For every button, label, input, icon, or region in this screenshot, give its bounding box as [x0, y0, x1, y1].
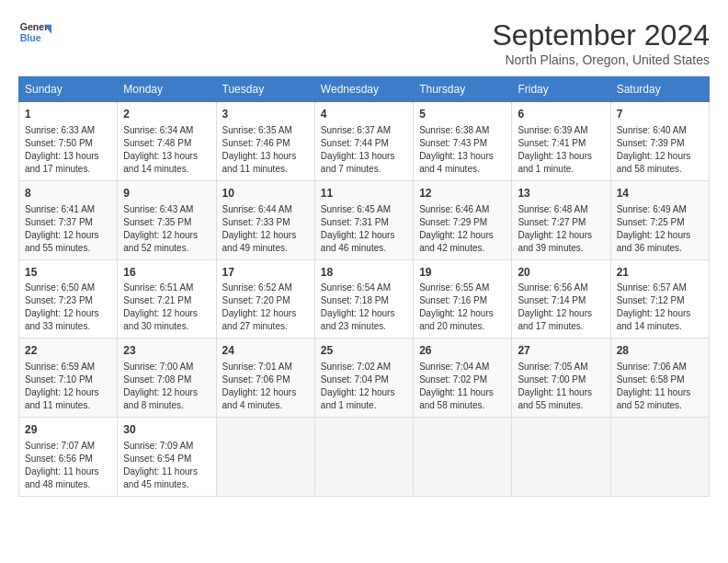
weekday-header-row: SundayMondayTuesdayWednesdayThursdayFrid…: [19, 77, 710, 102]
location-title: North Plains, Oregon, United States: [492, 52, 710, 67]
calendar-cell: 24Sunrise: 7:01 AMSunset: 7:06 PMDayligh…: [216, 339, 314, 418]
month-title: September 2024: [492, 18, 710, 52]
day-number: 18: [321, 265, 407, 281]
calendar-cell: 17Sunrise: 6:52 AMSunset: 7:20 PMDayligh…: [216, 259, 314, 339]
day-info-line: and 30 minutes.: [123, 320, 210, 333]
calendar-cell: 30Sunrise: 7:09 AMSunset: 6:54 PMDayligh…: [118, 418, 216, 497]
day-number: 23: [123, 343, 210, 359]
day-info-line: Sunset: 7:35 PM: [123, 216, 210, 229]
weekday-header-saturday: Saturday: [610, 77, 709, 102]
day-info-line: and 4 minutes.: [222, 399, 309, 412]
day-number: 16: [123, 265, 210, 281]
calendar-cell: 4Sunrise: 6:37 AMSunset: 7:44 PMDaylight…: [314, 102, 413, 181]
calendar-cell: 19Sunrise: 6:55 AMSunset: 7:16 PMDayligh…: [414, 259, 512, 339]
day-number: 8: [25, 186, 111, 201]
day-info-line: Daylight: 13 hours: [518, 150, 604, 163]
day-info-line: and 55 minutes.: [518, 399, 604, 412]
calendar-cell: 6Sunrise: 6:39 AMSunset: 7:41 PMDaylight…: [512, 102, 610, 181]
day-number: 28: [617, 343, 703, 359]
day-info-line: and 17 minutes.: [518, 320, 604, 333]
week-row-2: 15Sunrise: 6:50 AMSunset: 7:23 PMDayligh…: [19, 259, 710, 339]
day-info-line: Sunrise: 6:50 AM: [25, 282, 111, 294]
day-info-line: Daylight: 13 hours: [25, 150, 111, 163]
day-info-line: Sunrise: 7:09 AM: [123, 440, 210, 453]
day-info-line: Sunset: 7:33 PM: [222, 216, 309, 229]
day-info-line: Daylight: 12 hours: [419, 307, 506, 320]
day-info-line: Sunset: 7:46 PM: [222, 137, 309, 150]
day-info-line: and 55 minutes.: [25, 242, 111, 255]
calendar-cell: 12Sunrise: 6:46 AMSunset: 7:29 PMDayligh…: [414, 180, 512, 259]
weekday-header-thursday: Thursday: [414, 77, 512, 102]
day-info-line: Sunset: 7:21 PM: [123, 294, 210, 307]
day-info-line: Daylight: 13 hours: [321, 150, 407, 163]
calendar-cell: 7Sunrise: 6:40 AMSunset: 7:39 PMDaylight…: [610, 102, 709, 181]
day-number: 14: [617, 186, 703, 201]
day-info-line: Sunrise: 6:48 AM: [518, 203, 604, 216]
day-info-line: Daylight: 12 hours: [518, 307, 604, 320]
day-info-line: Daylight: 12 hours: [123, 229, 210, 242]
day-info-line: Sunrise: 6:51 AM: [123, 282, 210, 294]
day-info-line: Daylight: 12 hours: [617, 229, 703, 242]
day-info-line: Daylight: 12 hours: [25, 386, 111, 399]
day-info-line: Sunset: 7:12 PM: [617, 294, 703, 307]
calendar-cell: [414, 418, 512, 497]
day-info-line: Daylight: 11 hours: [419, 386, 506, 399]
day-info-line: Sunrise: 6:40 AM: [617, 124, 703, 137]
day-info-line: Daylight: 12 hours: [617, 150, 703, 163]
day-info-line: Sunrise: 6:56 AM: [518, 282, 604, 294]
day-number: 6: [518, 107, 604, 122]
week-row-4: 29Sunrise: 7:07 AMSunset: 6:56 PMDayligh…: [19, 418, 710, 497]
day-number: 9: [123, 186, 210, 201]
day-info-line: and 48 minutes.: [25, 478, 111, 491]
calendar-cell: [216, 418, 314, 497]
day-info-line: Daylight: 12 hours: [123, 386, 210, 399]
day-info-line: Sunrise: 7:02 AM: [321, 361, 407, 373]
day-info-line: Sunset: 7:20 PM: [222, 294, 309, 307]
day-info-line: and 11 minutes.: [25, 399, 111, 412]
day-number: 20: [518, 265, 604, 281]
day-number: 7: [617, 107, 703, 122]
day-info-line: and 46 minutes.: [321, 242, 407, 255]
calendar-cell: [610, 418, 709, 497]
calendar-cell: 3Sunrise: 6:35 AMSunset: 7:46 PMDaylight…: [216, 102, 314, 181]
day-number: 2: [123, 107, 210, 122]
day-info-line: Sunrise: 7:05 AM: [518, 361, 604, 373]
day-info-line: Sunrise: 6:52 AM: [222, 282, 309, 294]
day-number: 10: [222, 186, 309, 201]
day-info-line: Daylight: 13 hours: [222, 150, 309, 163]
calendar-cell: 9Sunrise: 6:43 AMSunset: 7:35 PMDaylight…: [118, 180, 216, 259]
day-info-line: Sunset: 7:08 PM: [123, 373, 210, 386]
day-info-line: Daylight: 12 hours: [321, 307, 407, 320]
day-info-line: Daylight: 12 hours: [419, 229, 506, 242]
day-info-line: Sunset: 7:23 PM: [25, 294, 111, 307]
day-info-line: and 42 minutes.: [419, 242, 506, 255]
day-info-line: and 39 minutes.: [518, 242, 604, 255]
day-info-line: Sunrise: 6:37 AM: [321, 124, 407, 137]
day-info-line: Sunrise: 7:07 AM: [25, 440, 111, 453]
day-info-line: Sunset: 6:54 PM: [123, 453, 210, 465]
week-row-1: 8Sunrise: 6:41 AMSunset: 7:37 PMDaylight…: [19, 180, 710, 259]
day-info-line: Sunrise: 6:55 AM: [419, 282, 506, 294]
day-info-line: and 11 minutes.: [222, 163, 309, 176]
day-info-line: Sunset: 7:41 PM: [518, 137, 604, 150]
day-number: 13: [518, 186, 604, 201]
day-info-line: Sunrise: 6:39 AM: [518, 124, 604, 137]
day-info-line: Sunset: 7:16 PM: [419, 294, 506, 307]
calendar-cell: 8Sunrise: 6:41 AMSunset: 7:37 PMDaylight…: [19, 180, 118, 259]
svg-text:Blue: Blue: [20, 32, 41, 43]
day-info-line: Sunset: 7:48 PM: [123, 137, 210, 150]
calendar-cell: 27Sunrise: 7:05 AMSunset: 7:00 PMDayligh…: [512, 339, 610, 418]
day-info-line: Sunrise: 6:45 AM: [321, 203, 407, 216]
day-info-line: Sunrise: 6:35 AM: [222, 124, 309, 137]
header: General Blue September 2024 North Plains…: [18, 18, 710, 67]
day-number: 19: [419, 265, 506, 281]
calendar: SundayMondayTuesdayWednesdayThursdayFrid…: [18, 76, 710, 497]
calendar-cell: 13Sunrise: 6:48 AMSunset: 7:27 PMDayligh…: [512, 180, 610, 259]
day-info-line: and 7 minutes.: [321, 163, 407, 176]
day-info-line: Sunrise: 6:34 AM: [123, 124, 210, 137]
day-number: 1: [25, 107, 111, 122]
day-info-line: Daylight: 12 hours: [222, 386, 309, 399]
day-info-line: Sunrise: 6:57 AM: [617, 282, 703, 294]
calendar-cell: 21Sunrise: 6:57 AMSunset: 7:12 PMDayligh…: [610, 259, 709, 339]
day-info-line: and 27 minutes.: [222, 320, 309, 333]
